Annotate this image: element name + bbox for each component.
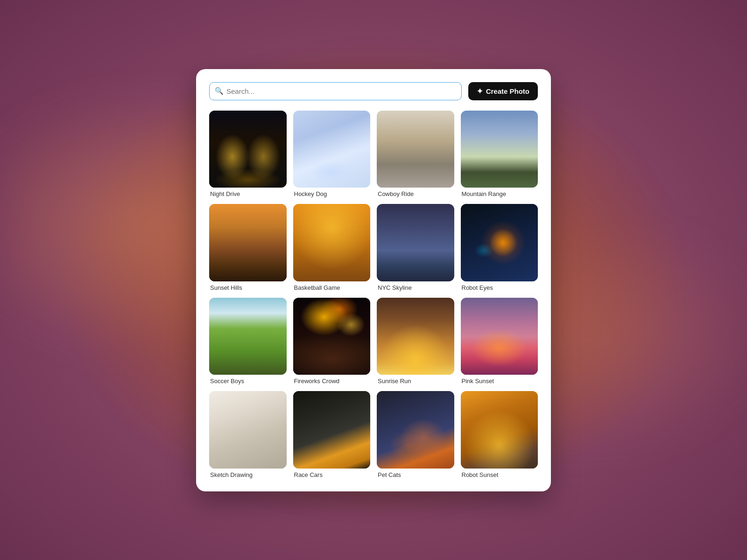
photo-thumb-hockey-dog <box>293 111 371 188</box>
photo-item-hockey-dog[interactable]: Hockey Dog <box>293 111 371 198</box>
photo-item-night-drive[interactable]: Night Drive <box>209 111 287 198</box>
photo-item-nyc-skyline[interactable]: NYC Skyline <box>377 204 454 291</box>
photo-label-night-drive: Night Drive <box>209 190 287 197</box>
photo-label-race-cars: Race Cars <box>293 471 371 478</box>
photo-grid: Night DriveHockey DogCowboy RideMountain… <box>209 111 538 478</box>
photo-thumb-fireworks-crowd <box>293 298 371 375</box>
photo-thumb-pink-sunset <box>461 298 538 375</box>
photo-label-nyc-skyline: NYC Skyline <box>377 284 454 291</box>
photo-label-sketch: Sketch Drawing <box>209 471 287 478</box>
photo-item-basketball-game[interactable]: Basketball Game <box>293 204 371 291</box>
create-photo-label: Create Photo <box>486 87 529 95</box>
photo-label-fireworks-crowd: Fireworks Crowd <box>293 378 371 385</box>
photo-thumb-pet-cats <box>377 391 454 469</box>
photo-item-robot-sunset[interactable]: Robot Sunset <box>461 391 538 478</box>
photo-thumb-robot-eyes <box>461 204 538 281</box>
photo-label-basketball-game: Basketball Game <box>293 284 371 291</box>
photo-item-race-cars[interactable]: Race Cars <box>293 391 371 478</box>
photo-label-sunrise-run: Sunrise Run <box>377 378 454 385</box>
photo-item-robot-eyes[interactable]: Robot Eyes <box>461 204 538 291</box>
search-input[interactable] <box>209 82 462 100</box>
photo-label-robot-sunset: Robot Sunset <box>461 471 538 478</box>
photo-item-sunset-hills[interactable]: Sunset Hills <box>209 204 287 291</box>
photo-item-mountain-range[interactable]: Mountain Range <box>461 111 538 198</box>
photo-item-soccer-boys[interactable]: Soccer Boys <box>209 298 287 385</box>
photo-label-pet-cats: Pet Cats <box>377 471 454 478</box>
photo-item-cowboy-ride[interactable]: Cowboy Ride <box>377 111 454 198</box>
photo-thumb-sunset-hills <box>209 204 287 281</box>
photo-item-sunrise-run[interactable]: Sunrise Run <box>377 298 454 385</box>
photo-label-cowboy-ride: Cowboy Ride <box>377 190 454 197</box>
top-bar: 🔍 ✦ Create Photo <box>209 82 538 100</box>
photo-label-mountain-range: Mountain Range <box>461 190 538 197</box>
photo-thumb-nyc-skyline <box>377 204 454 281</box>
photo-label-soccer-boys: Soccer Boys <box>209 378 287 385</box>
photo-thumb-soccer-boys <box>209 298 287 375</box>
photo-thumb-race-cars <box>293 391 371 469</box>
search-wrapper: 🔍 <box>209 82 462 100</box>
photo-item-sketch[interactable]: Sketch Drawing <box>209 391 287 478</box>
main-panel: 🔍 ✦ Create Photo Night DriveHockey DogCo… <box>196 69 551 491</box>
create-photo-button[interactable]: ✦ Create Photo <box>468 82 538 100</box>
photo-label-hockey-dog: Hockey Dog <box>293 190 371 197</box>
photo-thumb-sunrise-run <box>377 298 454 375</box>
photo-label-robot-eyes: Robot Eyes <box>461 284 538 291</box>
photo-thumb-night-drive <box>209 111 287 188</box>
photo-item-pet-cats[interactable]: Pet Cats <box>377 391 454 478</box>
photo-thumb-sketch <box>209 391 287 469</box>
photo-thumb-basketball-game <box>293 204 371 281</box>
wand-icon: ✦ <box>477 87 483 96</box>
photo-thumb-mountain-range <box>461 111 538 188</box>
photo-label-sunset-hills: Sunset Hills <box>209 284 287 291</box>
photo-thumb-robot-sunset <box>461 391 538 469</box>
photo-item-fireworks-crowd[interactable]: Fireworks Crowd <box>293 298 371 385</box>
photo-thumb-cowboy-ride <box>377 111 454 188</box>
photo-item-pink-sunset[interactable]: Pink Sunset <box>461 298 538 385</box>
photo-label-pink-sunset: Pink Sunset <box>461 378 538 385</box>
